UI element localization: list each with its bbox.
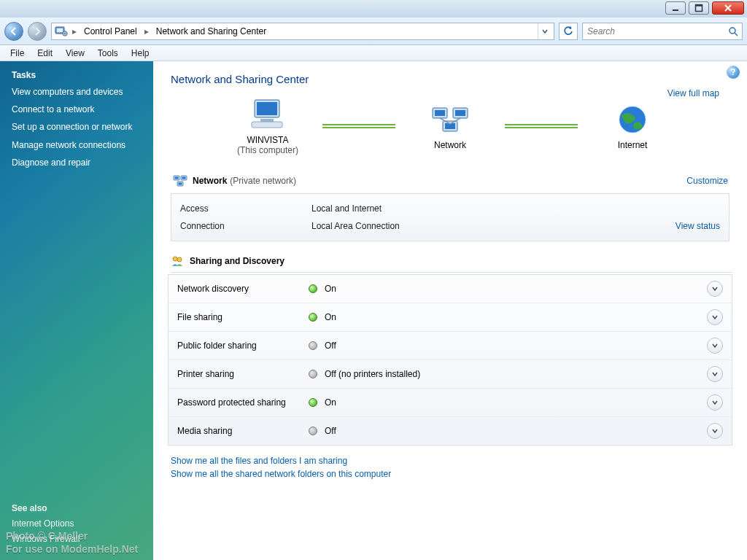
seealso-internet-options[interactable]: Internet Options [12, 518, 143, 529]
status-dot-icon [309, 313, 317, 322]
svg-rect-19 [175, 177, 179, 179]
forward-button[interactable] [28, 22, 47, 41]
menu-view[interactable]: View [60, 47, 90, 60]
tasks-sidebar: Tasks View computers and devices Connect… [0, 61, 153, 560]
svg-point-24 [173, 257, 177, 261]
sharing-discovery-list: Network discoveryOnFile sharingOnPublic … [168, 274, 732, 446]
map-node-pc-name: WINVISTA [213, 135, 322, 145]
maximize-button[interactable] [689, 1, 709, 15]
connection-label: Connection [180, 221, 311, 231]
task-manage-connections[interactable]: Manage network connections [12, 139, 143, 151]
map-connector [322, 124, 395, 128]
sd-row-label: Public folder sharing [177, 341, 309, 351]
search-icon[interactable] [724, 26, 742, 36]
sd-row-label: Printer sharing [177, 369, 309, 379]
sd-row-value: Off (no printers installed) [325, 369, 707, 379]
svg-rect-8 [260, 119, 274, 122]
computer-icon [246, 97, 290, 132]
status-dot-icon [309, 341, 317, 350]
sharing-discovery-title: Sharing and Discovery [190, 256, 285, 266]
breadcrumb-bar[interactable]: ▸ Control Panel ▸ Network and Sharing Ce… [51, 23, 554, 40]
sd-row: Media sharingOff [169, 416, 732, 445]
search-box[interactable] [582, 23, 743, 40]
svg-rect-21 [182, 177, 186, 179]
status-dot-icon [309, 284, 317, 293]
bottom-links: Show me all the files and folders I am s… [171, 456, 732, 479]
see-also-heading: See also [12, 503, 143, 513]
sharing-icon [171, 254, 184, 268]
breadcrumb-control-panel[interactable]: Control Panel [81, 25, 140, 38]
sd-row-label: File sharing [177, 312, 309, 322]
customize-link[interactable]: Customize [686, 176, 728, 186]
menu-file[interactable]: File [4, 47, 30, 60]
sd-row: Public folder sharingOff [169, 331, 732, 359]
sd-row: File sharingOn [169, 303, 732, 331]
seealso-windows-firewall[interactable]: Windows Firewall [12, 533, 143, 545]
expand-button[interactable] [707, 366, 723, 382]
menu-help[interactable]: Help [125, 47, 155, 60]
map-node-internet-label: Internet [578, 140, 687, 150]
menu-tools[interactable]: Tools [92, 47, 124, 60]
window-titlebar [0, 0, 747, 18]
view-full-map-link[interactable]: View full map [667, 88, 719, 98]
status-dot-icon [309, 427, 317, 435]
sd-row-label: Media sharing [177, 426, 309, 436]
task-view-computers[interactable]: View computers and devices [12, 86, 143, 98]
map-node-network-label: Network [395, 140, 505, 150]
map-connector [505, 124, 578, 128]
main-area: Tasks View computers and devices Connect… [0, 61, 747, 560]
address-bar-area: ▸ Control Panel ▸ Network and Sharing Ce… [0, 18, 747, 45]
breadcrumb-current[interactable]: Network and Sharing Center [153, 25, 269, 38]
network-section-body: Access Local and Internet Connection Loc… [171, 193, 729, 241]
refresh-button[interactable] [559, 23, 578, 40]
map-node-network: Network [395, 102, 505, 150]
sharing-discovery-header: Sharing and Discovery [171, 254, 732, 273]
back-button[interactable] [4, 22, 23, 41]
task-setup-connection[interactable]: Set up a connection or network [12, 121, 143, 133]
sd-row-value: On [325, 312, 707, 322]
page-title: Network and Sharing Center [171, 73, 732, 85]
sd-row-value: On [325, 397, 707, 408]
show-all-folders-link[interactable]: Show me all the shared network folders o… [171, 469, 732, 479]
sd-row-label: Network discovery [177, 284, 309, 294]
close-button[interactable] [712, 1, 744, 15]
sd-row: Password protected sharingOn [169, 388, 732, 416]
sd-row-value: Off [325, 426, 707, 436]
address-dropdown-button[interactable] [538, 23, 551, 39]
view-status-link[interactable]: View status [676, 221, 720, 231]
minimize-button[interactable] [665, 1, 686, 15]
svg-rect-3 [57, 28, 63, 32]
sd-row-value: Off [325, 341, 707, 351]
crumb-sep-icon: ▸ [144, 26, 149, 36]
control-panel-icon [55, 25, 68, 38]
sd-row-label: Password protected sharing [177, 397, 309, 408]
network-section-header: Network (Private network) Customize [171, 168, 729, 193]
access-value: Local and Internet [311, 203, 720, 214]
svg-rect-11 [435, 110, 445, 116]
svg-rect-23 [179, 183, 182, 185]
map-node-internet: Internet [578, 102, 687, 150]
sd-row: Network discoveryOn [169, 275, 732, 303]
menu-edit[interactable]: Edit [31, 47, 58, 60]
svg-rect-7 [257, 102, 277, 115]
expand-button[interactable] [707, 394, 723, 411]
task-connect-network[interactable]: Connect to a network [12, 104, 143, 115]
expand-button[interactable] [707, 338, 723, 354]
svg-point-5 [729, 28, 735, 34]
expand-button[interactable] [707, 281, 723, 297]
search-input[interactable] [583, 26, 724, 36]
svg-rect-1 [696, 5, 703, 7]
network-icon [428, 102, 472, 137]
menu-bar: File Edit View Tools Help [0, 45, 747, 61]
help-icon[interactable]: ? [727, 66, 740, 79]
expand-button[interactable] [707, 309, 723, 325]
network-subtitle: (Private network) [230, 176, 296, 186]
svg-point-25 [177, 257, 182, 262]
task-diagnose-repair[interactable]: Diagnose and repair [12, 157, 143, 168]
network-small-icon [172, 173, 188, 189]
crumb-sep-icon: ▸ [72, 26, 77, 36]
show-all-files-link[interactable]: Show me all the files and folders I am s… [171, 456, 732, 466]
access-label: Access [180, 203, 311, 214]
expand-button[interactable] [707, 423, 723, 439]
network-map: View full map WINVISTA (This computer) [168, 97, 732, 155]
